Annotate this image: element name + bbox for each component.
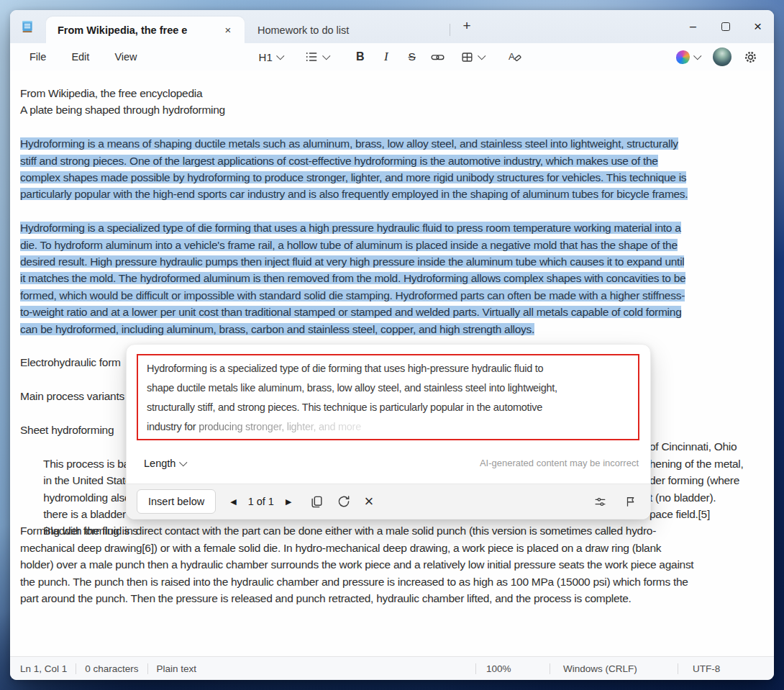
previous-result-button[interactable]: ◀ [226, 494, 240, 509]
popup-footer-right [591, 492, 640, 512]
copy-button[interactable] [307, 492, 327, 512]
chevron-down-icon [478, 52, 486, 60]
chevron-down-icon [323, 52, 331, 60]
refresh-icon [337, 494, 351, 509]
length-dropdown[interactable]: Length [138, 453, 192, 473]
character-count: 0 characters [76, 663, 147, 674]
tab-divider [450, 24, 450, 36]
tab-title: From Wikipedia, the free e [58, 24, 219, 36]
list-dropdown[interactable] [301, 45, 332, 68]
table-dropdown[interactable] [457, 45, 488, 68]
clear-formatting-icon: A [508, 50, 523, 65]
popup-options-row: Length AI-generated content may be incor… [127, 441, 650, 485]
chevron-down-icon [180, 458, 188, 466]
copilot-icon [676, 50, 690, 64]
insert-below-button[interactable]: Insert below [137, 489, 216, 514]
chevron-down-icon [276, 52, 284, 60]
status-bar: Ln 1, Col 1 0 characters Plain text 100%… [10, 656, 774, 680]
blank-line [20, 203, 760, 219]
next-result-button[interactable]: ▶ [281, 494, 296, 509]
desktop-wallpaper: From Wikipedia, the free e × Homework to… [0, 0, 784, 690]
tab-from-wikipedia[interactable]: From Wikipedia, the free e × [46, 17, 245, 43]
heading-style-dropdown[interactable]: H1 [256, 45, 286, 68]
line-ending-type: Windows (CRLF) [550, 663, 678, 674]
report-feedback-button[interactable] [621, 492, 640, 511]
flag-icon [624, 495, 637, 508]
intro-line: A plate being shaped through hydroformin… [20, 101, 760, 118]
bold-button[interactable]: B [348, 45, 373, 68]
encoding: UTF-8 [678, 663, 774, 674]
ai-generated-text-box: Hydroforming is a specialized type of di… [137, 354, 639, 440]
regenerate-button[interactable] [334, 491, 354, 512]
maximize-icon [721, 22, 730, 31]
paragraph-hydroforming-overview: Hydroforming is a means of shaping ducti… [20, 135, 760, 203]
selected-text: Hydroforming is a means of shaping ducti… [20, 137, 688, 200]
bulleted-list-icon [304, 50, 319, 64]
table-icon [460, 50, 474, 64]
menu-view[interactable]: View [105, 47, 146, 66]
ai-rewrite-popup: Hydroforming is a specialized type of di… [126, 344, 651, 519]
window-controls: – × [677, 10, 774, 43]
dismiss-button[interactable]: × [361, 492, 376, 511]
document-format: Plain text [147, 663, 206, 674]
toolbar-right-group [672, 47, 775, 68]
ai-generated-text-streaming: producing stronger, lighter, and more [199, 421, 361, 432]
formatting-group: H1 B I S [256, 45, 528, 68]
blank-line [20, 119, 760, 135]
italic-button[interactable]: I [374, 45, 398, 68]
notepad-app-icon [20, 19, 35, 34]
close-button[interactable]: × [742, 10, 774, 43]
account-avatar[interactable] [713, 47, 731, 66]
strikethrough-button[interactable]: S [400, 45, 424, 68]
chevron-down-icon [693, 52, 701, 60]
text-editor-area[interactable]: From Wikipedia, the free encyclopedia A … [10, 71, 774, 656]
toolbar: File Edit View H1 B I S [10, 43, 774, 71]
tab-title: Homework to do list [257, 24, 349, 36]
selected-text: Hydroforming is a specialized type of di… [20, 222, 685, 335]
clear-formatting-button[interactable]: A [503, 45, 527, 68]
ai-disclaimer: AI-generated content may be incorrect [480, 458, 639, 468]
cursor-position: Ln 1, Col 1 [10, 663, 76, 674]
zoom-level: 100% [475, 663, 550, 674]
svg-text:A: A [509, 51, 515, 62]
menu-file[interactable]: File [20, 47, 55, 66]
gear-icon [743, 50, 758, 65]
copilot-dropdown[interactable] [672, 47, 705, 67]
status-bar-right: 100% Windows (CRLF) UTF-8 [475, 663, 774, 675]
link-button[interactable] [426, 45, 450, 68]
new-tab-button[interactable]: + [455, 15, 479, 37]
maximize-button[interactable] [709, 10, 742, 43]
menu-edit[interactable]: Edit [62, 47, 99, 66]
tab-close-icon[interactable]: × [219, 21, 237, 40]
settings-button[interactable] [740, 47, 761, 68]
tab-homework-list[interactable]: Homework to do list [245, 17, 450, 43]
copy-icon [310, 495, 324, 509]
result-page-indicator: 1 of 1 [248, 496, 274, 507]
title-bar: From Wikipedia, the free e × Homework to… [10, 10, 774, 43]
popup-footer: Insert below ◀ 1 of 1 ▶ × [127, 484, 650, 519]
paragraph-die-forming: Hydroforming is a specialized type of di… [20, 219, 760, 337]
tune-options-button[interactable] [591, 492, 610, 512]
sliders-icon [593, 495, 607, 509]
notepad-window: From Wikipedia, the free e × Homework to… [10, 10, 774, 680]
minimize-button[interactable]: – [677, 10, 709, 43]
link-icon [430, 50, 445, 65]
intro-line: From Wikipedia, the free encyclopedia [20, 85, 760, 101]
